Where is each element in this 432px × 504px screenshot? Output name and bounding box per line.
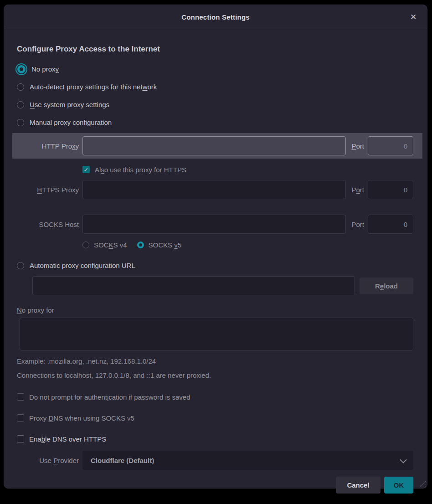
page-title: Configure Proxy Access to the Internet (17, 45, 413, 54)
no-auth-prompt-row: Do not prompt for authentication if pass… (17, 391, 413, 403)
share-proxy-checkbox[interactable]: ✓ (82, 166, 90, 173)
socks-host-input[interactable] (82, 215, 346, 234)
label-pre: SO (39, 221, 49, 228)
label-pre: Do not prompt for authent (29, 393, 107, 401)
label-pre: Auto-detect proxy settings for this net (30, 83, 143, 91)
doh-row[interactable]: Enable DNS over HTTPS (17, 433, 413, 445)
radio-no-proxy[interactable] (17, 65, 26, 73)
label-post: NS when using SOCKS v5 (53, 414, 134, 422)
label-accesskey: N (17, 306, 22, 314)
no-proxy-for-textarea[interactable] (20, 318, 413, 350)
provider-row: Use Provider Cloudflare (Default) (17, 451, 413, 470)
dialog-footer: Cancel OK (17, 477, 413, 494)
proxy-dns-label: Proxy DNS when using SOCKS v5 (29, 414, 134, 422)
label-pre: Por (351, 221, 362, 228)
proxy-dns-row: Proxy DNS when using SOCKS v5 (17, 412, 413, 424)
http-proxy-label: HTTP Proxy (17, 142, 79, 150)
label-post: TTPS Proxy (42, 186, 79, 194)
autoproxy-url-row: Reload (32, 276, 413, 295)
close-button[interactable]: ✕ (407, 10, 420, 23)
dialog-content: Configure Proxy Access to the Internet N… (4, 29, 427, 494)
http-port-label: Port (351, 142, 364, 150)
no-proxy-for-label: No proxy for (17, 306, 413, 314)
label-accesskey: o (356, 186, 360, 194)
label-accesskey: P (53, 457, 58, 464)
label-post: cation if password is saved (108, 393, 190, 401)
https-port-input[interactable] (368, 180, 413, 199)
radio-row-manual-proxy[interactable]: Manual proxy configuration (17, 113, 413, 131)
proxy-dns-checkbox[interactable] (17, 414, 24, 422)
label-post: o proxy for (22, 306, 54, 314)
https-proxy-label: HTTPS Proxy (17, 186, 79, 194)
https-port-label: Port (351, 186, 364, 194)
radio-socks-v4[interactable] (82, 242, 89, 248)
label-post: S v4 (113, 241, 127, 249)
autodetect-label: Auto-detect proxy settings for this netw… (30, 83, 157, 91)
label-post: KS Host (54, 221, 79, 228)
label-post: utomatic proxy configuration URL (34, 262, 135, 269)
no-auth-prompt-checkbox[interactable] (17, 393, 24, 401)
label-pre: Ena (29, 435, 41, 443)
label-accesskey: K (109, 241, 113, 249)
no-auth-prompt-label: Do not prompt for authentication if pass… (29, 393, 190, 401)
share-proxy-label: Also use this proxy for HTTPS (95, 166, 186, 174)
label-post: se system proxy settings (35, 101, 109, 108)
cancel-button[interactable]: Cancel (336, 477, 381, 494)
provider-label: Use Provider (17, 457, 79, 464)
doh-checkbox[interactable] (17, 435, 24, 442)
radio-socks-v5[interactable] (137, 242, 144, 248)
radio-autoproxy-url[interactable] (17, 262, 24, 269)
no-proxy-example-text: Example: .mozilla.org, .net.nz, 192.168.… (17, 357, 413, 365)
https-proxy-row: HTTPS Proxy Port (17, 180, 413, 199)
radio-row-autoproxy-url[interactable]: Automatic proxy configuration URL (17, 257, 413, 274)
https-proxy-input[interactable] (82, 180, 346, 199)
radio-manual-proxy[interactable] (17, 119, 24, 126)
socks-port-label: Port (351, 221, 364, 228)
radio-row-no-proxy[interactable]: No proxy (17, 60, 413, 78)
radio-system-proxy[interactable] (17, 101, 24, 108)
label-post: ork (147, 83, 157, 91)
label-accesskey: b (41, 435, 45, 443)
manual-proxy-label: Manual proxy configuration (30, 118, 112, 126)
label-accesskey: y (56, 65, 59, 73)
label-accesskey: w (143, 83, 148, 91)
socks-host-row: SOCKS Host Port (17, 215, 413, 234)
provider-selected-value: Cloudflare (Default) (91, 457, 400, 464)
no-proxy-label: No proxy (31, 65, 59, 73)
radio-autodetect[interactable] (17, 83, 24, 91)
ok-button[interactable]: OK (384, 477, 413, 494)
label-pre: Use (39, 457, 53, 464)
socks-port-input[interactable] (368, 215, 413, 234)
localhost-note-text: Connections to localhost, 127.0.0.1/8, a… (17, 371, 413, 379)
http-proxy-input[interactable] (82, 136, 346, 155)
provider-dropdown[interactable]: Cloudflare (Default) (82, 451, 413, 470)
radio-row-system-proxy[interactable]: Use system proxy settings (17, 96, 413, 113)
label-post: o use this proxy for HTTPS (104, 166, 186, 174)
autoproxy-url-input[interactable] (32, 276, 355, 295)
label-accesskey: M (30, 118, 36, 126)
socks-v5-label: SOCKS v5 (149, 241, 182, 249)
label-accesskey: A (30, 262, 34, 269)
socks-version-row: SOCKS v4 SOCKS v5 (82, 239, 413, 250)
radio-row-autodetect[interactable]: Auto-detect proxy settings for this netw… (17, 78, 413, 96)
share-proxy-row[interactable]: ✓ Also use this proxy for HTTPS (82, 164, 413, 175)
label-post: load (384, 282, 398, 290)
connection-settings-dialog: Connection Settings ✕ Configure Proxy Ac… (4, 5, 427, 489)
label-pre: Al (95, 166, 101, 174)
http-port-input[interactable] (368, 136, 413, 155)
label-accesskey: e (380, 282, 384, 290)
label-accesskey: v (174, 241, 178, 249)
dialog-titlebar: Connection Settings ✕ (4, 5, 427, 29)
label-pre: SOC (94, 241, 109, 249)
system-proxy-label: Use system proxy settings (30, 101, 109, 108)
label-pre: R (375, 282, 380, 290)
label-post: le DNS over HTTPS (45, 435, 106, 443)
label-pre: SOCKS (149, 241, 175, 249)
autoproxy-url-label: Automatic proxy configuration URL (30, 262, 135, 269)
socks-host-label: SOCKS Host (17, 221, 79, 228)
label-post: anual proxy configuration (36, 118, 112, 126)
label-pre: Proxy (29, 414, 49, 422)
label-accesskey: s (101, 166, 104, 174)
socks-v4-label: SOCKS v4 (94, 241, 127, 249)
reload-button[interactable]: Reload (360, 278, 413, 294)
